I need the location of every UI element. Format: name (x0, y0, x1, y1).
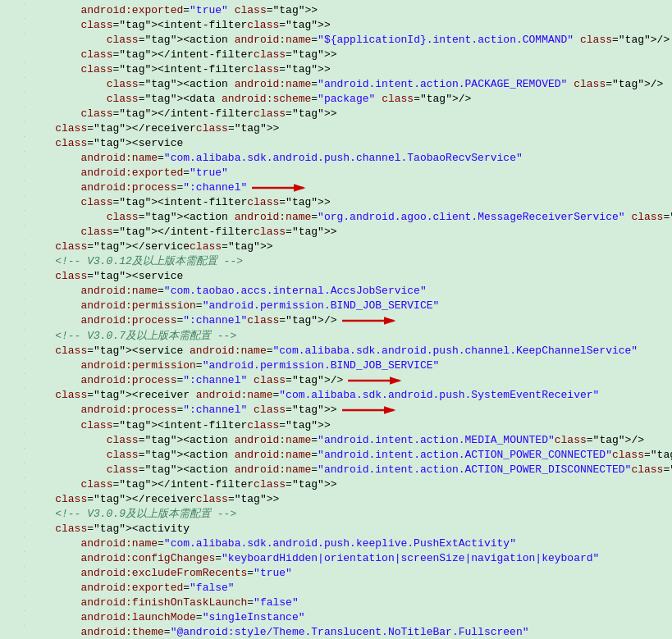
line-text: class="tag"></intent-filterclass="tag">> (30, 477, 670, 492)
line-text: android:process=":channel" (30, 180, 670, 195)
code-line: class="tag"><action android:name="${appl… (0, 33, 672, 48)
code-line: android:configChanges="keyboardHidden|or… (0, 551, 672, 566)
code-line: android:name="com.alibaba.sdk.android.pu… (0, 151, 672, 166)
line-text: class="tag"></serviceclass="tag">> (30, 240, 670, 254)
line-text: class="tag"><intent-filterclass="tag">> (30, 62, 670, 77)
code-line: class="tag"></intent-filterclass="tag">> (0, 225, 672, 240)
line-text: android:name="com.alibaba.sdk.android.pu… (30, 151, 670, 166)
code-line: class="tag"><action android:name="androi… (0, 463, 672, 477)
code-line: class="tag"></intent-filterclass="tag">> (0, 48, 672, 62)
line-text: android:process=":channel" class="tag">> (30, 403, 670, 418)
line-number (2, 536, 25, 537)
line-number (2, 403, 25, 404)
line-number (2, 625, 25, 626)
line-number (2, 596, 25, 596)
line-text: android:permission="android.permission.B… (30, 358, 670, 373)
line-number (2, 492, 25, 493)
line-number (2, 77, 25, 78)
line-text: class="tag"><action android:name="org.an… (30, 210, 672, 225)
line-number (2, 299, 25, 299)
code-line: android:theme="@android:style/Theme.Tran… (0, 625, 672, 639)
line-number (2, 344, 25, 345)
line-text: android:name="com.taobao.accs.internal.A… (30, 284, 670, 299)
code-line: class="tag"><action android:name="androi… (0, 77, 672, 92)
line-text: android:process=":channel"class="tag">/> (30, 313, 670, 328)
line-text: class="tag"><action android:name="androi… (30, 448, 672, 463)
line-text: android:exported="true" (30, 166, 670, 180)
code-line: class="tag"><intent-filterclass="tag">> (0, 62, 672, 77)
line-text: android:launchMode="singleInstance" (30, 610, 670, 625)
code-line: android:process=":channel" (0, 180, 672, 195)
code-line: class="tag"></receiverclass="tag">> (0, 121, 672, 136)
code-line: class="tag"><service android:name="com.a… (0, 344, 672, 358)
line-text: class="tag"><action android:name="androi… (30, 433, 670, 448)
line-number (2, 433, 25, 434)
line-number (2, 92, 25, 93)
code-line: android:excludeFromRecents="true" (0, 566, 672, 581)
code-line: class="tag"><intent-filterclass="tag">> (0, 195, 672, 210)
code-line: android:process=":channel"class="tag">/> (0, 313, 672, 328)
red-arrow-icon (341, 403, 402, 418)
code-line: android:exported="false" (0, 581, 672, 596)
code-line: class="tag"></intent-filterclass="tag">> (0, 477, 672, 492)
line-number (2, 329, 25, 330)
line-text: android:exported="true" class="tag">> (30, 3, 670, 18)
line-number (2, 121, 25, 122)
line-number (2, 166, 25, 167)
red-arrow-icon (346, 373, 408, 388)
line-text: android:configChanges="keyboardHidden|or… (30, 551, 670, 566)
code-line: android:exported="true" (0, 166, 672, 180)
code-line: class="tag"><action android:name="org.an… (0, 210, 672, 225)
code-line: android:launchMode="singleInstance" (0, 610, 672, 625)
line-text: class="tag"><data android:scheme="packag… (30, 92, 670, 107)
line-text: android:finishOnTaskLaunch="false" (30, 596, 670, 610)
code-container: android:exported="true" class="tag">> cl… (0, 0, 672, 639)
line-number (2, 507, 25, 508)
red-arrow-icon (250, 180, 312, 195)
line-text: class="tag"><service android:name="com.a… (30, 344, 670, 358)
line-number (2, 210, 25, 211)
line-number (2, 610, 25, 611)
line-number (2, 522, 25, 523)
line-number (2, 581, 25, 582)
line-text: class="tag"></receiverclass="tag">> (30, 492, 670, 507)
code-line: class="tag"><action android:name="androi… (0, 433, 672, 448)
line-number (2, 463, 25, 463)
line-text: class="tag"><activity (30, 522, 670, 536)
line-number (2, 477, 25, 478)
code-line: class="tag"><intent-filterclass="tag">> (0, 418, 672, 433)
line-number (2, 195, 25, 196)
line-text: class="tag"></intent-filterclass="tag">> (30, 107, 670, 121)
code-line: class="tag"><data android:scheme="packag… (0, 92, 672, 107)
line-text: <!-- V3.0.9及以上版本需配置 --> (30, 507, 670, 522)
line-number (2, 254, 25, 255)
code-line: android:process=":channel" class="tag">/… (0, 373, 672, 388)
code-line: android:exported="true" class="tag">> (0, 3, 672, 18)
code-line: class="tag"><activity (0, 522, 672, 536)
line-text: <!-- V3.0.7及以上版本需配置 --> (30, 329, 670, 344)
line-number (2, 107, 25, 107)
line-text: class="tag"><action android:name="androi… (30, 463, 672, 477)
line-number (2, 269, 25, 270)
line-text: class="tag"></intent-filterclass="tag">> (30, 48, 670, 62)
line-text: android:excludeFromRecents="true" (30, 566, 670, 581)
line-number (2, 551, 25, 552)
code-line: class="tag"><intent-filterclass="tag">> (0, 18, 672, 33)
line-number (2, 62, 25, 63)
line-text: class="tag"><intent-filterclass="tag">> (30, 418, 670, 433)
line-number (2, 3, 25, 4)
line-number (2, 151, 25, 152)
code-line: <!-- V3.0.9及以上版本需配置 --> (0, 507, 672, 522)
line-number (2, 33, 25, 34)
line-text: class="tag"></receiverclass="tag">> (30, 121, 670, 136)
line-number (2, 358, 25, 359)
line-text: <!-- V3.0.12及以上版本需配置 --> (30, 254, 670, 269)
line-number (2, 136, 25, 137)
code-line: android:permission="android.permission.B… (0, 358, 672, 373)
line-text: class="tag"></intent-filterclass="tag">> (30, 225, 670, 240)
line-number (2, 18, 25, 19)
line-number (2, 566, 25, 567)
code-line: class="tag"><service (0, 136, 672, 151)
code-line: class="tag"><receiver android:name="com.… (0, 388, 672, 403)
code-line: android:finishOnTaskLaunch="false" (0, 596, 672, 610)
